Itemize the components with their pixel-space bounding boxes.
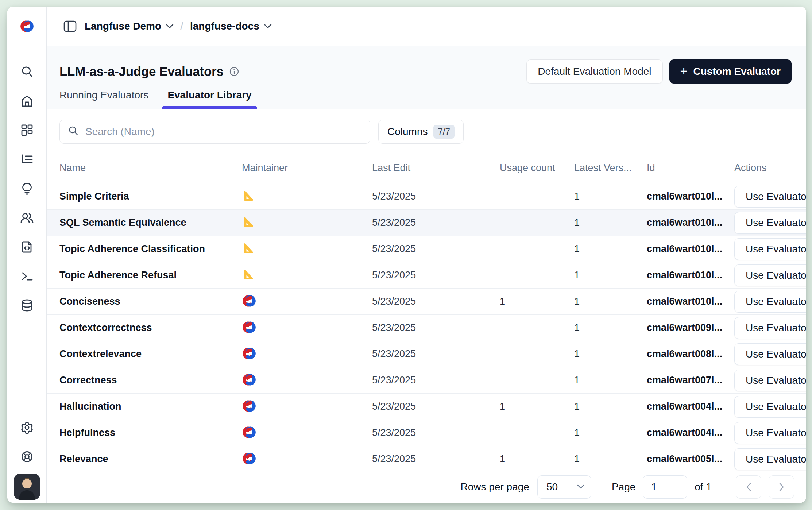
last-edit-date: 5/23/2025: [372, 322, 500, 333]
column-header-id[interactable]: Id: [647, 162, 734, 174]
latest-version: 1: [574, 243, 647, 255]
lightbulb-icon: [20, 182, 34, 195]
info-icon[interactable]: [229, 67, 239, 76]
last-edit-date: 5/23/2025: [372, 453, 500, 465]
column-header-latest-version[interactable]: Latest Vers...: [574, 162, 647, 174]
ragas-icon: [242, 269, 254, 282]
actions-cell: Use Evaluator: [734, 186, 806, 208]
tab-bar: Running Evaluators Evaluator Library: [59, 89, 792, 109]
table-body: Simple Criteria 5/23/2025 1 cmal6wart010…: [47, 183, 806, 471]
table-row[interactable]: Contextrelevance 5/23/2025 1 cmal6wart00…: [47, 341, 806, 367]
rows-per-page-select[interactable]: 50: [537, 475, 591, 499]
table-row[interactable]: Simple Criteria 5/23/2025 1 cmal6wart010…: [47, 183, 806, 210]
sidebar-item-prompts[interactable]: [12, 232, 42, 262]
sidebar-item-datasets[interactable]: [12, 291, 42, 320]
sidebar-toggle-icon[interactable]: [62, 18, 78, 34]
langfuse-icon: [242, 425, 256, 441]
use-evaluator-button[interactable]: Use Evaluator: [734, 212, 806, 234]
table-row[interactable]: Contextcorrectness 5/23/2025 1 cmal6wart…: [47, 315, 806, 341]
use-evaluator-button[interactable]: Use Evaluator: [734, 448, 806, 470]
table-row[interactable]: Relevance 5/23/2025 1 1 cmal6wart005l...…: [47, 446, 806, 471]
use-evaluator-button[interactable]: Use Evaluator: [734, 291, 806, 313]
evaluator-name: Helpfulness: [59, 427, 242, 438]
evaluator-id: cmal6wart005l...: [647, 453, 734, 465]
table-row[interactable]: Conciseness 5/23/2025 1 1 cmal6wart010l.…: [47, 289, 806, 315]
search-input[interactable]: [85, 126, 362, 138]
use-evaluator-button[interactable]: Use Evaluator: [734, 396, 806, 418]
page-number-input[interactable]: [643, 475, 687, 499]
use-evaluator-button[interactable]: Use Evaluator: [734, 186, 806, 208]
page-title: LLM-as-a-Judge Evaluators: [59, 64, 224, 79]
project-selector[interactable]: langfuse-docs: [190, 20, 272, 32]
evaluator-name: Simple Criteria: [59, 191, 242, 202]
sidebar-item-evaluation[interactable]: [12, 174, 42, 203]
dashboard-icon: [20, 124, 34, 137]
use-evaluator-button[interactable]: Use Evaluator: [734, 264, 806, 286]
latest-version: 1: [574, 191, 647, 202]
table-row[interactable]: SQL Semantic Equivalence 5/23/2025 1 cma…: [47, 210, 806, 236]
home-icon: [20, 94, 34, 108]
last-edit-date: 5/23/2025: [372, 348, 500, 360]
table-row[interactable]: Correctness 5/23/2025 1 cmal6wart007l...…: [47, 367, 806, 394]
use-evaluator-button[interactable]: Use Evaluator: [734, 343, 806, 365]
sidebar-item-search[interactable]: [12, 57, 42, 86]
database-icon: [20, 299, 34, 312]
chevron-down-icon: [264, 24, 272, 29]
use-evaluator-button[interactable]: Use Evaluator: [734, 422, 806, 444]
latest-version: 1: [574, 453, 647, 465]
evaluator-id: cmal6wart010l...: [647, 243, 734, 255]
table-row[interactable]: Helpfulness 5/23/2025 1 cmal6wart004l...…: [47, 420, 806, 446]
table-row[interactable]: Topic Adherence Refusal 5/23/2025 1 cmal…: [47, 262, 806, 289]
sidebar-item-support[interactable]: [12, 442, 42, 471]
last-edit-date: 5/23/2025: [372, 191, 500, 202]
column-header-name[interactable]: Name: [59, 162, 242, 174]
actions-cell: Use Evaluator: [734, 264, 806, 286]
use-evaluator-button[interactable]: Use Evaluator: [734, 317, 806, 339]
latest-version: 1: [574, 427, 647, 438]
org-selector[interactable]: Langfuse Demo: [85, 20, 174, 32]
sidebar-item-home[interactable]: [12, 86, 42, 116]
sidebar-item-users[interactable]: [12, 203, 42, 232]
sidebar-item-dashboards[interactable]: [12, 116, 42, 145]
last-edit-date: 5/23/2025: [372, 296, 500, 307]
breadcrumb-separator: /: [180, 19, 183, 33]
table-row[interactable]: Topic Adherence Classification 5/23/2025…: [47, 236, 806, 262]
file-code-icon: [20, 240, 34, 254]
langfuse-logo[interactable]: [7, 7, 47, 46]
column-header-actions[interactable]: Actions: [734, 162, 806, 174]
maintainer-cell: [242, 425, 372, 441]
table-row[interactable]: Hallucination 5/23/2025 1 1 cmal6wart004…: [47, 394, 806, 420]
evaluator-id: cmal6wart004l...: [647, 401, 734, 412]
default-evaluation-model-button[interactable]: Default Evaluation Model: [526, 59, 662, 84]
column-header-last-edit[interactable]: Last Edit: [372, 162, 500, 174]
tab-running-evaluators[interactable]: Running Evaluators: [59, 89, 148, 109]
lifebuoy-icon: [20, 450, 34, 463]
users-icon: [20, 211, 34, 224]
column-header-maintainer[interactable]: Maintainer: [242, 162, 372, 174]
search-box: [59, 120, 370, 144]
next-page-button[interactable]: [769, 475, 794, 499]
columns-button[interactable]: Columns 7/7: [378, 120, 464, 144]
search-icon: [20, 65, 34, 78]
sidebar-item-tracing[interactable]: [12, 145, 42, 174]
sidebar-item-settings[interactable]: [12, 413, 42, 442]
langfuse-icon: [242, 452, 256, 467]
actions-cell: Use Evaluator: [734, 370, 806, 391]
sidebar-item-playground[interactable]: [12, 262, 42, 291]
tab-evaluator-library[interactable]: Evaluator Library: [167, 89, 251, 109]
rows-per-page-label: Rows per page: [461, 481, 529, 493]
custom-evaluator-button[interactable]: + Custom Evaluator: [669, 59, 792, 84]
column-header-usage-count[interactable]: Usage count: [500, 162, 574, 174]
chevron-down-icon: [577, 484, 584, 489]
latest-version: 1: [574, 401, 647, 412]
user-avatar[interactable]: [14, 474, 40, 500]
usage-count: 1: [500, 401, 574, 412]
evaluator-id: cmal6wart004l...: [647, 427, 734, 438]
latest-version: 1: [574, 296, 647, 307]
usage-count: 1: [500, 296, 574, 307]
use-evaluator-button[interactable]: Use Evaluator: [734, 370, 806, 391]
previous-page-button[interactable]: [736, 475, 761, 499]
actions-cell: Use Evaluator: [734, 396, 806, 418]
use-evaluator-button[interactable]: Use Evaluator: [734, 238, 806, 260]
org-name: Langfuse Demo: [85, 20, 161, 32]
